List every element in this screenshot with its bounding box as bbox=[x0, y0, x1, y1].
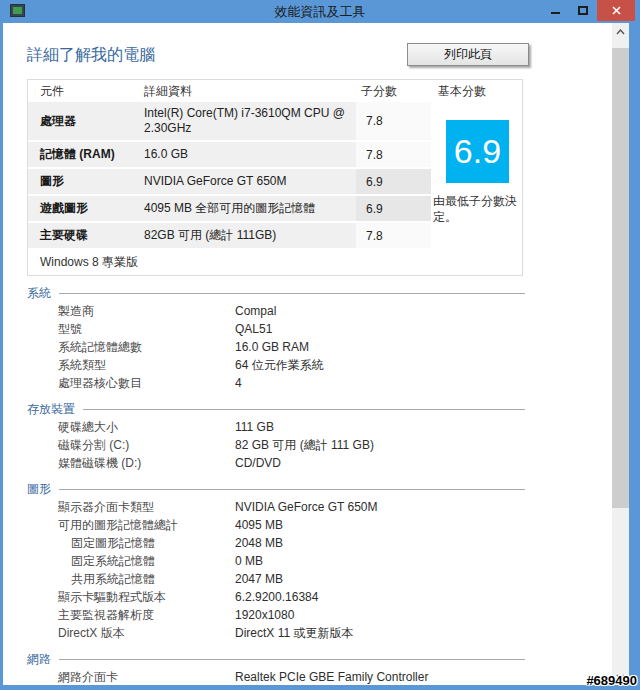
spec-row: 型號 QAL51 bbox=[27, 320, 525, 338]
score-table: 元件 詳細資料 子分數 基本分數 處理器 Intel(R) Core(TM) i… bbox=[27, 79, 523, 276]
component-name: 主要硬碟 bbox=[28, 227, 136, 244]
spec-value: 4 bbox=[235, 374, 242, 392]
spec-label: 媒體磁碟機 (D:) bbox=[27, 454, 235, 472]
component-details: NVIDIA GeForce GT 650M bbox=[136, 170, 356, 193]
section-title: 圖形 bbox=[27, 481, 51, 498]
score-table-row: 處理器 Intel(R) Core(TM) i7-3610QM CPU @ 2.… bbox=[28, 102, 431, 140]
spec-label: 硬碟總大小 bbox=[27, 418, 235, 436]
base-score-box: 6.9 bbox=[446, 120, 509, 183]
section-title: 存放裝置 bbox=[27, 401, 75, 418]
spec-row: 系統記憶體總數 16.0 GB RAM bbox=[27, 338, 525, 356]
spec-label: 系統類型 bbox=[27, 356, 235, 374]
os-edition: Windows 8 專業版 bbox=[28, 250, 522, 275]
spec-label: 製造商 bbox=[27, 302, 235, 320]
spec-value: 6.2.9200.16384 bbox=[235, 588, 318, 606]
score-table-row: 遊戲圖形 4095 MB 全部可用的圖形記憶體 6.9 bbox=[28, 196, 431, 221]
maximize-button[interactable] bbox=[569, 0, 597, 21]
spec-row: 製造商 Compal bbox=[27, 302, 525, 320]
print-button[interactable]: 列印此頁 bbox=[407, 43, 529, 66]
section-header: 網路 bbox=[27, 650, 525, 668]
section-rows: 製造商 Compal 型號 QAL51 系統記憶體總數 bbox=[27, 302, 525, 392]
component-name: 記憶體 (RAM) bbox=[28, 146, 136, 163]
score-table-row: 圖形 NVIDIA GeForce GT 650M 6.9 bbox=[28, 169, 431, 194]
spec-label: 固定系統記憶體 bbox=[27, 552, 235, 570]
spec-row: 固定圖形記憶體 2048 MB bbox=[27, 534, 525, 552]
header-component: 元件 bbox=[28, 83, 136, 100]
component-subscore: 7.8 bbox=[356, 102, 431, 140]
spec-label: 處理器核心數目 bbox=[27, 374, 235, 392]
app-window: 效能資訊及工具 詳細了解我的電腦 列印此頁 元件 詳細資料 子分 bbox=[0, 0, 640, 690]
spec-label: 磁碟分割 (C:) bbox=[27, 436, 235, 454]
spec-label: 型號 bbox=[27, 320, 235, 338]
component-name: 圖形 bbox=[28, 173, 136, 190]
scrollbar-thumb[interactable] bbox=[612, 48, 629, 508]
spec-value: 0 MB bbox=[235, 552, 263, 570]
section-header: 圖形 bbox=[27, 480, 525, 498]
spec-row: 硬碟總大小 111 GB bbox=[27, 418, 525, 436]
minimize-icon bbox=[551, 12, 560, 14]
section-title: 網路 bbox=[27, 651, 51, 668]
spec-value: 82 GB 可用 (總計 111 GB) bbox=[235, 436, 374, 454]
spec-value: DirectX 11 或更新版本 bbox=[235, 624, 353, 642]
chevron-up-icon bbox=[616, 29, 625, 35]
section-rows: 顯示器介面卡類型 NVIDIA GeForce GT 650M 可用的圖形記憶體… bbox=[27, 498, 525, 642]
spec-label: 顯示卡驅動程式版本 bbox=[27, 588, 235, 606]
spec-label: 網路介面卡 bbox=[27, 668, 235, 685]
spec-value: 4095 MB bbox=[235, 516, 283, 534]
info-section: 系統 製造商 Compal bbox=[27, 284, 525, 392]
spec-value: CD/DVD bbox=[235, 454, 281, 472]
section-header: 系統 bbox=[27, 284, 525, 302]
spec-value: Compal bbox=[235, 302, 276, 320]
component-details: 82GB 可用 (總計 111GB) bbox=[136, 224, 356, 247]
spec-row: DirectX 版本 DirectX 11 或更新版本 bbox=[27, 624, 525, 642]
spec-value: 2048 MB bbox=[235, 534, 283, 552]
spec-label: DirectX 版本 bbox=[27, 624, 235, 642]
section-title: 系統 bbox=[27, 285, 51, 302]
spec-row: 系統類型 64 位元作業系統 bbox=[27, 356, 525, 374]
section-divider bbox=[59, 293, 525, 294]
spec-value: QAL51 bbox=[235, 320, 272, 338]
component-subscore: 7.8 bbox=[356, 142, 431, 167]
spec-row: 可用的圖形記憶體總計 4095 MB bbox=[27, 516, 525, 534]
info-section: 圖形 顯示器介面卡類型 NVIDIA GeForce GT 650M bbox=[27, 480, 525, 642]
score-table-row: 記憶體 (RAM) 16.0 GB 7.8 bbox=[28, 142, 431, 167]
close-icon bbox=[612, 6, 621, 15]
base-score-panel: 6.9 由最低子分數決定。 bbox=[431, 102, 524, 225]
spec-row: 網路介面卡 Realtek PCIe GBE Family Controller bbox=[27, 668, 525, 685]
header-subscore: 子分數 bbox=[361, 83, 431, 100]
section-header: 存放裝置 bbox=[27, 400, 525, 418]
info-section: 存放裝置 硬碟總大小 111 GB bbox=[27, 400, 525, 472]
page-header: 詳細了解我的電腦 列印此頁 bbox=[27, 45, 523, 71]
titlebar: 效能資訊及工具 bbox=[0, 0, 640, 23]
score-table-row: 主要硬碟 82GB 可用 (總計 111GB) 7.8 bbox=[28, 223, 431, 248]
close-button[interactable] bbox=[597, 0, 635, 21]
spec-label: 顯示器介面卡類型 bbox=[27, 498, 235, 516]
spec-row: 顯示卡驅動程式版本 6.2.9200.16384 bbox=[27, 588, 525, 606]
spec-label: 系統記憶體總數 bbox=[27, 338, 235, 356]
section-divider bbox=[59, 489, 525, 490]
score-table-header: 元件 詳細資料 子分數 基本分數 bbox=[28, 80, 522, 102]
window-controls bbox=[541, 0, 635, 23]
section-rows: 硬碟總大小 111 GB 磁碟分割 (C:) 82 GB 可用 (總計 111 … bbox=[27, 418, 525, 472]
base-score-note: 由最低子分數決定。 bbox=[433, 193, 523, 225]
spec-value: 2047 MB bbox=[235, 570, 283, 588]
header-base-score: 基本分數 bbox=[431, 83, 524, 100]
spec-row: 固定系統記憶體 0 MB bbox=[27, 552, 525, 570]
section-divider bbox=[83, 409, 525, 410]
section-divider bbox=[59, 659, 525, 660]
scroll-up-button[interactable] bbox=[612, 23, 629, 40]
spec-value: 64 位元作業系統 bbox=[235, 356, 324, 374]
minimize-button[interactable] bbox=[541, 0, 569, 21]
component-subscore: 6.9 bbox=[356, 196, 431, 221]
spec-label: 共用系統記憶體 bbox=[27, 570, 235, 588]
component-name: 處理器 bbox=[28, 113, 136, 130]
spec-value: 16.0 GB RAM bbox=[235, 338, 309, 356]
component-details: 4095 MB 全部可用的圖形記憶體 bbox=[136, 197, 356, 220]
header-details: 詳細資料 bbox=[136, 83, 361, 100]
component-name: 遊戲圖形 bbox=[28, 200, 136, 217]
spec-row: 磁碟分割 (C:) 82 GB 可用 (總計 111 GB) bbox=[27, 436, 525, 454]
spec-label: 可用的圖形記憶體總計 bbox=[27, 516, 235, 534]
scrollbar[interactable] bbox=[612, 23, 629, 685]
spec-value: 1920x1080 bbox=[235, 606, 294, 624]
spec-value: Realtek PCIe GBE Family Controller bbox=[235, 668, 428, 685]
